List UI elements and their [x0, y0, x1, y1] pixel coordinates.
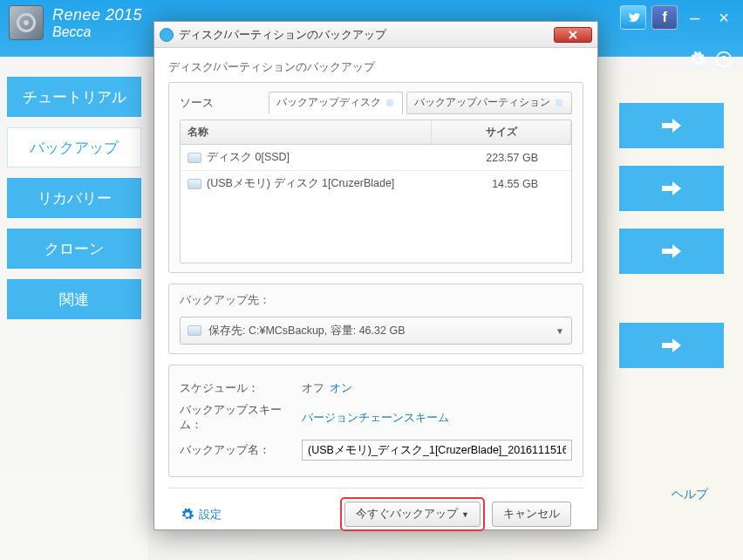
source-panel: ソース バックアップディスク バックアップパーティション 名称 サイズ ディスク…: [168, 82, 583, 273]
highlight-box: 今すぐバックアップ ▼: [340, 497, 485, 531]
dialog-icon: [160, 28, 174, 42]
app-title: Renee 2015: [52, 6, 142, 24]
app-title-block: Renee 2015 Becca: [52, 6, 142, 40]
gear-icon: [181, 508, 194, 522]
destination-select[interactable]: 保存先: C:¥MCsBackup, 容量: 46.32 GB ▼: [180, 317, 572, 345]
dialog-close-button[interactable]: [554, 27, 592, 43]
sidebar-item-label: バックアップ: [30, 138, 119, 158]
twitter-icon: [626, 10, 640, 24]
main-window: Renee 2015 Becca f – × ? チュートリアル バックアップ …: [0, 0, 743, 560]
backup-dialog: ディスク/パーティションのバックアップ ディスク/パーティションのバックアップ …: [153, 21, 598, 530]
disk-icon: [385, 98, 395, 108]
sidebar-item-clone[interactable]: クローン: [7, 229, 141, 269]
source-label: ソース: [180, 96, 214, 111]
action-card-4[interactable]: [619, 323, 724, 368]
sidebar-item-label: クローン: [44, 239, 104, 259]
app-subtitle: Becca: [52, 24, 142, 40]
sidebar-item-label: チュートリアル: [23, 87, 126, 107]
dialog-body: ディスク/パーティションのバックアップ ソース バックアップディスク バックアッ…: [154, 48, 597, 529]
sidebar-item-backup[interactable]: バックアップ: [7, 127, 141, 167]
tab-backup-partition[interactable]: バックアップパーティション: [406, 92, 572, 114]
button-label: 今すぐバックアップ: [356, 507, 458, 522]
disk-icon: [554, 98, 564, 108]
schedule-off: オフ: [302, 381, 324, 396]
action-card-1[interactable]: [619, 103, 724, 148]
cancel-button[interactable]: キャンセル: [492, 502, 571, 527]
table-header: 名称 サイズ: [181, 120, 571, 145]
schedule-on-link[interactable]: オン: [330, 381, 352, 396]
source-tabs: バックアップディスク バックアップパーティション: [269, 92, 572, 114]
dialog-heading: ディスク/パーティションのバックアップ: [168, 60, 583, 75]
dialog-titlebar[interactable]: ディスク/パーティションのバックアップ: [154, 22, 597, 48]
facebook-button[interactable]: f: [651, 5, 678, 30]
schedule-label: スケジュール：: [180, 381, 302, 396]
scheme-label: バックアップスキーム：: [180, 403, 302, 433]
chevron-down-icon: ▼: [461, 510, 469, 519]
cell-name: (USBメモリ) ディスク 1[CruzerBlade]: [207, 176, 394, 191]
facebook-icon: f: [663, 10, 667, 25]
minimize-button[interactable]: –: [683, 8, 706, 28]
backup-name-label: バックアップ名：: [180, 443, 302, 458]
tab-label: バックアップディスク: [276, 95, 381, 110]
twitter-button[interactable]: [620, 5, 646, 30]
dialog-title: ディスク/パーティションのバックアップ: [179, 27, 386, 43]
destination-panel: バックアップ先： 保存先: C:¥MCsBackup, 容量: 46.32 GB…: [168, 283, 583, 354]
settings-link[interactable]: 設定: [181, 507, 222, 522]
titlebar-right: f – ×: [620, 5, 736, 30]
destination-label: バックアップ先：: [180, 293, 572, 308]
chevron-down-icon: ▼: [556, 326, 564, 336]
dialog-footer: 設定 今すぐバックアップ ▼ キャンセル: [168, 488, 583, 538]
help-link[interactable]: ヘルプ: [671, 487, 708, 502]
help-icon[interactable]: ?: [715, 51, 733, 68]
disk-table: 名称 サイズ ディスク 0[SSD] 223.57 GB (USBメモリ) ディ…: [180, 120, 572, 263]
cell-size: 14.55 GB: [425, 178, 564, 190]
action-card-2[interactable]: [619, 166, 724, 211]
sidebar-item-tutorial[interactable]: チュートリアル: [7, 77, 141, 117]
cell-size: 223.57 GB: [425, 152, 564, 164]
arrow-right-icon: [662, 338, 681, 352]
sidebar-item-recovery[interactable]: リカバリー: [7, 178, 141, 218]
backup-name-input[interactable]: [302, 440, 572, 461]
header-secondary-icons: ?: [689, 51, 733, 68]
sidebar-item-label: 関連: [59, 290, 89, 310]
arrow-right-icon: [662, 119, 681, 133]
tab-backup-disk[interactable]: バックアップディスク: [269, 92, 403, 114]
action-card-3[interactable]: [619, 229, 724, 274]
settings-label: 設定: [199, 507, 222, 522]
arrow-right-icon: [662, 181, 681, 195]
col-size[interactable]: サイズ: [432, 120, 571, 144]
arrow-right-icon: [662, 244, 681, 258]
close-icon: [568, 31, 578, 39]
close-window-button[interactable]: ×: [712, 8, 736, 28]
backup-now-button[interactable]: 今すぐバックアップ ▼: [344, 502, 481, 527]
col-name[interactable]: 名称: [181, 120, 432, 144]
button-label: キャンセル: [503, 508, 560, 520]
cell-name: ディスク 0[SSD]: [207, 150, 290, 165]
drive-icon: [187, 153, 201, 163]
drive-icon: [187, 179, 201, 189]
drive-icon: [187, 325, 201, 336]
scheme-link[interactable]: バージョンチェーンスキーム: [302, 411, 449, 426]
gear-icon[interactable]: [689, 51, 706, 68]
svg-text:?: ?: [720, 53, 726, 65]
tab-label: バックアップパーティション: [414, 95, 550, 110]
table-row[interactable]: ディスク 0[SSD] 223.57 GB: [181, 145, 571, 170]
sidebar-item-label: リカバリー: [37, 188, 112, 208]
destination-value: 保存先: C:¥MCsBackup, 容量: 46.32 GB: [208, 324, 406, 338]
sidebar-item-related[interactable]: 関連: [7, 279, 141, 319]
table-row[interactable]: (USBメモリ) ディスク 1[CruzerBlade] 14.55 GB: [181, 170, 571, 196]
app-logo-icon: [9, 5, 44, 40]
sidebar: チュートリアル バックアップ リカバリー クローン 関連: [0, 70, 148, 560]
options-panel: スケジュール： オフ オン バックアップスキーム： バージョンチェーンスキーム …: [168, 365, 583, 477]
